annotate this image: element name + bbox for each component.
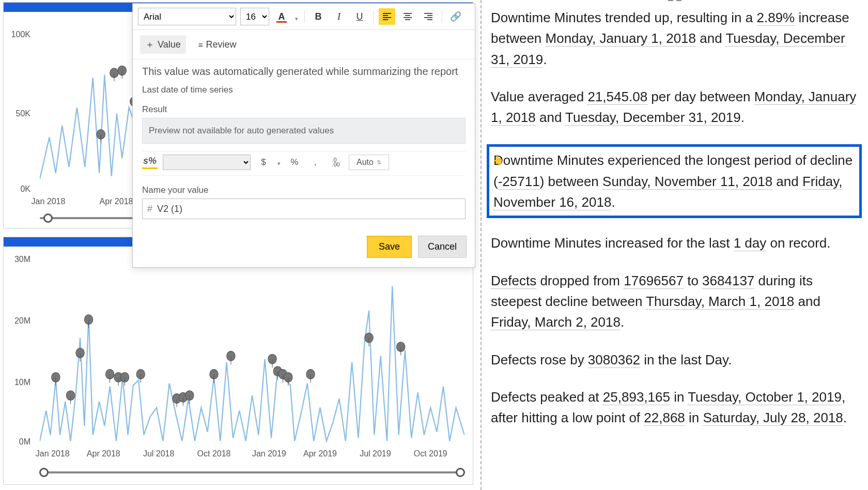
y-axis-chart1: 100K 50K 0K	[4, 17, 34, 193]
underline-button[interactable]: U	[351, 8, 368, 25]
summary-line[interactable]: Downtime Minutes increased for the last …	[491, 233, 859, 253]
value-token[interactable]: Thursday, March 1, 2018	[646, 294, 794, 310]
x-tick: Jul 2018	[143, 449, 175, 458]
value-token[interactable]: -25711	[498, 174, 540, 190]
cancel-button[interactable]: Cancel	[418, 236, 467, 258]
y-tick: 30M	[4, 255, 30, 264]
font-size-select[interactable]: 16	[240, 8, 269, 25]
x-tick: Apr 2018	[99, 197, 133, 206]
x-tick: Oct 2019	[414, 449, 447, 458]
value-token[interactable]: Monday, January 1, 2018	[546, 30, 696, 47]
x-tick: Apr 2019	[303, 449, 337, 458]
x-axis-chart2: Jan 2018 Apr 2018 Jul 2018 Oct 2018 Jan …	[40, 449, 464, 461]
y-tick: 50K	[4, 109, 30, 118]
app-root: 100K 50K 0K	[0, 0, 868, 490]
chevron-down-icon[interactable]: ▾	[294, 16, 299, 22]
x-tick: Apr 2018	[87, 449, 120, 458]
auto-pill[interactable]: Auto⇅	[349, 155, 389, 170]
summary-line[interactable]: Value averaged 21,545.08 per day between…	[491, 86, 859, 128]
bold-button[interactable]: B	[310, 8, 327, 25]
value-token[interactable]: Tuesday, December 31, 2019	[565, 110, 741, 126]
chevron-down-icon[interactable]: ▾	[276, 160, 282, 167]
slider-handle-left[interactable]	[39, 468, 49, 477]
rich-text-toolbar: Arial 16 A ▾ B I U	[133, 4, 475, 30]
narrative-pane[interactable]: Downtime Minutes trended up, resulting i…	[482, 0, 868, 490]
x-tick: Jan 2019	[252, 449, 286, 458]
summary-line-selected[interactable]: 👆 Downtime Minutes experienced the longe…	[487, 144, 862, 218]
value-token[interactable]: Defects	[491, 273, 536, 289]
chart-defects[interactable]: 30M 20M 10M 0M	[3, 237, 473, 485]
value-token[interactable]: 1 day	[734, 235, 767, 251]
save-button[interactable]: Save	[367, 236, 412, 258]
pane-grip-icon[interactable]	[668, 0, 681, 2]
decimal-shift-button[interactable]: .0.00	[328, 155, 344, 170]
summary-line[interactable]: Defects peaked at 25,893,165 in Tuesday,…	[491, 387, 859, 428]
link-button[interactable]: 🔗	[447, 8, 464, 25]
font-family-select[interactable]: Arial	[138, 8, 236, 25]
value-token[interactable]: 25,893,165	[603, 389, 670, 405]
value-token[interactable]: 3684137	[702, 273, 754, 289]
y-axis-chart2: 30M 20M 10M 0M	[4, 252, 34, 444]
y-tick: 100K	[4, 30, 30, 39]
slider-handle-left[interactable]	[43, 213, 53, 223]
tab-review[interactable]: ≡ Review	[193, 35, 242, 54]
value-token[interactable]: Saturday, July 28, 2018	[703, 410, 843, 426]
format-row: s% $ ▾ % , .0.00 Auto⇅	[142, 151, 466, 176]
value-token[interactable]: 2.89%	[757, 10, 795, 26]
value-token[interactable]: Sunday, November 11, 2018	[602, 174, 772, 190]
cursor-hand-icon: 👆	[492, 153, 504, 167]
ts-svg-2	[40, 253, 464, 447]
x-tick: Jan 2018	[36, 449, 70, 458]
list-icon: ≡	[198, 40, 203, 49]
value-editor-dialog: Arial 16 A ▾ B I U	[132, 3, 475, 268]
format-string-select[interactable]	[163, 155, 251, 170]
hash-icon: #	[147, 204, 152, 215]
plus-icon: ＋	[145, 38, 154, 51]
summary-line[interactable]: Defects dropped from 17696567 to 3684137…	[491, 270, 859, 333]
measure-indicator-icon: s%	[142, 156, 158, 169]
x-tick: Jul 2019	[360, 449, 391, 458]
italic-button[interactable]: I	[331, 8, 347, 25]
currency-button[interactable]: $	[256, 155, 271, 170]
anomaly-dots-2	[52, 315, 405, 407]
summary-line[interactable]: Defects rose by 3080362 in the last Day.	[491, 349, 859, 370]
value-description: Last date of time series	[142, 85, 466, 95]
name-label: Name your value	[142, 185, 466, 195]
tab-value[interactable]: ＋ Value	[140, 35, 186, 54]
tab-review-label: Review	[206, 39, 236, 50]
dialog-body: This value was automatically generated w…	[133, 59, 475, 228]
align-center-button[interactable]	[399, 8, 416, 25]
y-tick: 10M	[4, 378, 30, 387]
value-token[interactable]: 22,868	[644, 410, 685, 426]
time-slider-chart2[interactable]	[40, 467, 464, 477]
value-token[interactable]: Tuesday, October 1, 2019	[688, 389, 842, 405]
slider-handle-right[interactable]	[456, 468, 465, 477]
summary-line[interactable]: Downtime Minutes trended up, resulting i…	[491, 7, 859, 70]
align-left-button[interactable]	[379, 8, 395, 25]
generation-note: This value was automatically generated w…	[142, 66, 466, 78]
font-color-button[interactable]: A	[273, 8, 290, 25]
tab-value-label: Value	[158, 39, 181, 50]
value-name-input[interactable]	[142, 198, 466, 219]
align-right-button[interactable]	[420, 8, 437, 25]
y-tick: 0M	[4, 437, 30, 447]
x-tick: Jan 2018	[32, 197, 66, 206]
y-tick: 0K	[4, 185, 30, 194]
dialog-buttons: Save Cancel	[133, 228, 475, 267]
report-canvas: 100K 50K 0K	[0, 0, 482, 490]
value-token[interactable]: 21,545.08	[587, 89, 647, 105]
x-tick: Oct 2018	[197, 449, 231, 458]
value-token[interactable]: Friday, March 2, 2018	[491, 314, 621, 330]
value-token[interactable]: 3080362	[588, 352, 640, 368]
plot-area-chart2	[40, 253, 464, 447]
percent-button[interactable]: %	[287, 155, 302, 170]
y-tick: 20M	[4, 316, 30, 326]
value-token[interactable]: 17696567	[624, 273, 684, 289]
result-preview: Preview not available for auto generated…	[142, 118, 466, 144]
result-label: Result	[142, 104, 466, 115]
dialog-tabs: ＋ Value ≡ Review	[133, 30, 475, 59]
thousands-separator-button[interactable]: ,	[307, 155, 323, 170]
